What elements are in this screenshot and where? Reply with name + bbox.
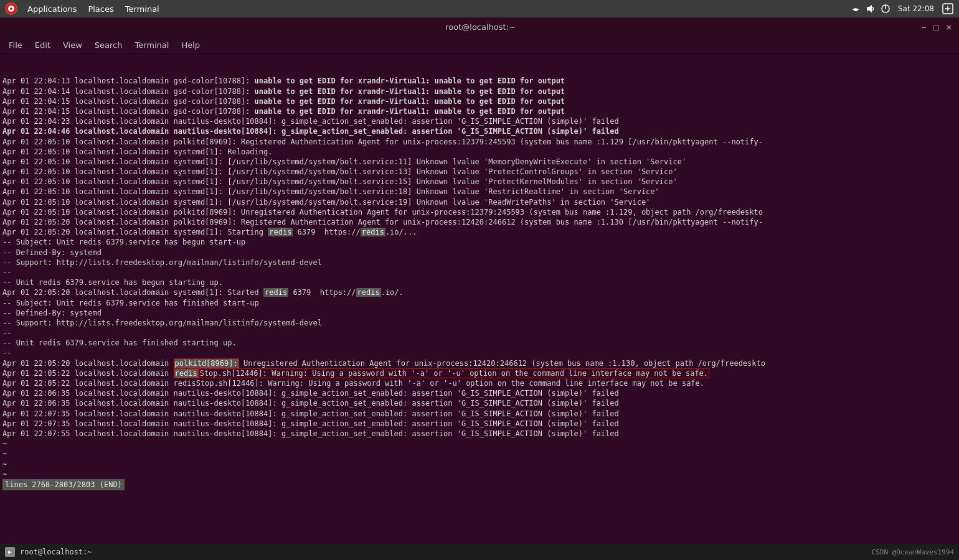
terminal-line: Apr 01 22:04:14 localhost.localdomain gs… [2, 86, 957, 96]
terminal-line: ~ [2, 469, 957, 479]
status-bar-left: ▶ root@localhost:~ [5, 547, 92, 557]
svg-point-2 [10, 7, 12, 10]
minimize-button[interactable]: − [919, 23, 928, 32]
terminal-line: Apr 01 22:05:10 localhost.localdomain sy… [2, 147, 957, 157]
terminal-line: Apr 01 22:06:35 localhost.localdomain na… [2, 388, 957, 398]
terminal-line: ~ [2, 449, 957, 459]
terminal-line: -- [2, 328, 957, 338]
terminal-line: Apr 01 22:04:46 localhost.localdomain na… [2, 126, 957, 136]
terminal-line: Apr 01 22:05:10 localhost.localdomain sy… [2, 157, 957, 167]
os-logo [5, 2, 17, 15]
system-time: Sat 22:08 [898, 4, 934, 13]
menu-search[interactable]: Search [88, 39, 129, 51]
system-bar: Applications Places Terminal Sat 22:08 [0, 0, 959, 17]
terminal-titlebar: root@localhost:~ − □ × [0, 17, 959, 37]
close-button[interactable]: × [944, 23, 954, 32]
terminal-line: Apr 01 22:07:35 localhost.localdomain na… [2, 409, 957, 419]
terminal-status-bar: ▶ root@localhost:~ CSDN @OceanWaves1994 [0, 544, 959, 560]
terminal-line: -- Support: http://lists.freedesktop.org… [2, 258, 957, 268]
watermark: CSDN @OceanWaves1994 [872, 548, 954, 556]
terminal-menu-bar: File Edit View Search Terminal Help [0, 37, 959, 54]
terminal-line: Apr 01 22:05:20 localhost.localdomain sy… [2, 287, 957, 297]
window-controls[interactable]: − □ × [919, 23, 954, 32]
terminal-line: Apr 01 22:04:15 localhost.localdomain gs… [2, 96, 957, 106]
terminal-line: Apr 01 22:05:20 localhost.localdomain sy… [2, 227, 957, 237]
connection-icon [942, 2, 954, 15]
terminal-line: -- Unit redis 6379.service has begun sta… [2, 278, 957, 287]
terminal-indicator: ▶ [5, 547, 15, 557]
terminal-line: ~ [2, 459, 957, 469]
terminal-user-label: root@localhost:~ [20, 548, 92, 556]
terminal-line: -- Subject: Unit redis 6379.service has … [2, 237, 957, 247]
terminal-line: Apr 01 22:04:23 localhost.localdomain na… [2, 116, 957, 126]
terminal-line: Apr 01 22:05:10 localhost.localdomain sy… [2, 177, 957, 187]
menu-view[interactable]: View [57, 39, 88, 51]
terminal-title: root@localhost:~ [42, 22, 919, 32]
terminal-line: Apr 01 22:05:20 localhost.localdomain po… [2, 358, 957, 368]
terminal-line: Apr 01 22:05:22 localhost.localdomain re… [2, 368, 957, 378]
menu-terminal[interactable]: Terminal [128, 39, 175, 51]
terminal-line: ~ [2, 439, 957, 449]
terminal-line: Apr 01 22:05:10 localhost.localdomain po… [2, 137, 957, 147]
terminal-window: root@localhost:~ − □ × File Edit View Se… [0, 17, 959, 560]
terminal-line: Apr 01 22:07:35 localhost.localdomain na… [2, 419, 957, 429]
volume-icon [866, 4, 876, 14]
terminal-line: -- [2, 268, 957, 278]
terminal-line: -- Defined-By: systemd [2, 308, 957, 318]
terminal-output[interactable]: Apr 01 22:04:13 localhost.localdomain gs… [0, 54, 959, 544]
terminal-line: Apr 01 22:07:55 localhost.localdomain na… [2, 429, 957, 439]
system-bar-right: Sat 22:08 [851, 2, 954, 15]
maximize-button[interactable]: □ [931, 23, 941, 32]
terminal-line: Apr 01 22:04:15 localhost.localdomain gs… [2, 106, 957, 116]
terminal-line: Apr 01 22:05:10 localhost.localdomain po… [2, 207, 957, 217]
terminal-line: -- [2, 348, 957, 358]
menu-file[interactable]: File [2, 39, 29, 51]
terminal-line: Apr 01 22:05:10 localhost.localdomain sy… [2, 187, 957, 197]
applications-menu[interactable]: Applications [22, 3, 82, 15]
terminal-menu[interactable]: Terminal [120, 3, 164, 15]
terminal-line: -- Subject: Unit redis 6379.service has … [2, 298, 957, 308]
terminal-line: Apr 01 22:05:10 localhost.localdomain sy… [2, 167, 957, 177]
system-menu[interactable]: Applications Places Terminal [22, 3, 164, 15]
power-icon [881, 4, 890, 14]
system-bar-left: Applications Places Terminal [5, 2, 164, 15]
terminal-line: Apr 01 22:05:20 localhost.localdomain po… [2, 217, 957, 227]
terminal-line: Apr 01 22:05:22 localhost.localdomain re… [2, 378, 957, 388]
terminal-line: Apr 01 22:06:35 localhost.localdomain na… [2, 398, 957, 408]
terminal-line: Apr 01 22:04:13 localhost.localdomain gs… [2, 76, 957, 86]
terminal-line: -- Unit redis 6379.service has finished … [2, 338, 957, 348]
terminal-line: Apr 01 22:05:10 localhost.localdomain sy… [2, 197, 957, 207]
menu-edit[interactable]: Edit [29, 39, 57, 51]
places-menu[interactable]: Places [83, 3, 118, 15]
terminal-line: -- Defined-By: systemd [2, 248, 957, 258]
lines-status: lines 2768-2803/2803 (END) [2, 479, 125, 490]
status-icons [851, 4, 890, 14]
menu-help[interactable]: Help [175, 39, 206, 51]
svg-rect-3 [867, 7, 869, 11]
terminal-line: -- Support: http://lists.freedesktop.org… [2, 318, 957, 328]
network-icon [851, 4, 861, 14]
